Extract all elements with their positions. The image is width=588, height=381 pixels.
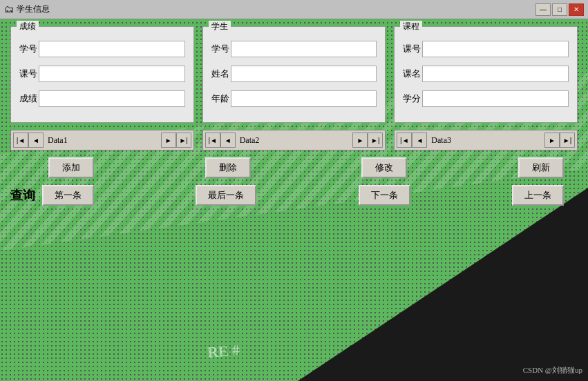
query-label: 查询 xyxy=(10,187,35,204)
course-kename-row: 课名 xyxy=(403,66,569,82)
actions-row: 添加 删除 修改 刷新 xyxy=(10,157,578,178)
student-nianling-label: 年龄 xyxy=(211,92,231,105)
grades-xuehao-label: 学号 xyxy=(19,43,39,55)
course-nav-label: Data3 xyxy=(427,135,544,146)
title-icon: 🗂 xyxy=(4,4,14,15)
student-nianling-input[interactable] xyxy=(231,90,377,107)
last-record-button[interactable]: 最后一条 xyxy=(196,185,256,206)
student-navigator: |◄ ◄ Data2 ► ►| xyxy=(202,130,386,150)
student-nianling-row: 年龄 xyxy=(211,90,377,107)
grades-nav-last-button[interactable]: ►| xyxy=(176,133,191,148)
title-bar: 🗂 学生信息 — □ ✕ xyxy=(0,0,588,19)
grades-nav-next-button[interactable]: ► xyxy=(161,133,176,148)
delete-button[interactable]: 删除 xyxy=(205,157,251,178)
grades-kehao-input[interactable] xyxy=(39,66,185,82)
main-content: 成绩 学号 课号 成绩 学生 学号 姓名 xyxy=(0,19,588,381)
course-kehao-input[interactable] xyxy=(422,41,569,57)
student-xuehao-label: 学号 xyxy=(211,43,231,55)
course-xuefen-input[interactable] xyxy=(422,90,569,107)
student-xingming-label: 姓名 xyxy=(211,68,231,80)
course-xuefen-row: 学分 xyxy=(403,90,569,107)
student-xuehao-row: 学号 xyxy=(211,41,377,57)
course-navigator: |◄ ◄ Data3 ► ►| xyxy=(394,130,578,150)
window-title: 🗂 学生信息 xyxy=(4,3,50,15)
course-kename-label: 课名 xyxy=(403,68,422,80)
course-nav-first-button[interactable]: |◄ xyxy=(397,133,412,148)
course-panel-title: 课程 xyxy=(400,21,422,32)
title-label: 学生信息 xyxy=(17,3,50,15)
close-button[interactable]: ✕ xyxy=(569,3,584,16)
query-row: 查询 第一条 最后一条 下一条 上一条 xyxy=(10,185,578,206)
window-controls: — □ ✕ xyxy=(535,3,584,16)
grades-kehao-row: 课号 xyxy=(19,66,185,82)
grades-nav-first-button[interactable]: |◄ xyxy=(13,133,28,148)
student-nav-next-button[interactable]: ► xyxy=(352,133,368,148)
grades-xuehao-input[interactable] xyxy=(39,41,185,57)
student-nav-label: Data2 xyxy=(236,135,353,146)
add-button[interactable]: 添加 xyxy=(48,157,94,178)
panels-row: 成绩 学号 课号 成绩 学生 学号 姓名 xyxy=(10,26,578,123)
student-xuehao-input[interactable] xyxy=(231,41,377,57)
course-nav-last-button[interactable]: ►| xyxy=(560,133,575,148)
next-record-button[interactable]: 下一条 xyxy=(359,185,410,206)
grades-panel: 成绩 学号 课号 成绩 xyxy=(10,26,194,123)
course-kehao-label: 课号 xyxy=(403,43,422,55)
grades-xuehao-row: 学号 xyxy=(19,41,185,57)
grades-navigator: |◄ ◄ Data1 ► ►| xyxy=(10,130,194,150)
grades-chengji-input[interactable] xyxy=(39,90,185,107)
grades-kehao-label: 课号 xyxy=(19,68,39,80)
student-xingming-row: 姓名 xyxy=(211,66,377,82)
prev-record-button[interactable]: 上一条 xyxy=(512,185,564,206)
student-nav-prev-button[interactable]: ◄ xyxy=(220,133,236,148)
grades-nav-prev-button[interactable]: ◄ xyxy=(28,133,44,148)
student-xingming-input[interactable] xyxy=(231,66,377,82)
course-panel: 课程 课号 课名 学分 xyxy=(394,26,578,123)
grades-nav-label: Data1 xyxy=(44,135,161,146)
maximize-button[interactable]: □ xyxy=(552,3,567,16)
grades-panel-title: 成绩 xyxy=(17,21,39,32)
grades-chengji-row: 成绩 xyxy=(19,90,185,107)
watermark: CSDN @刘猫猫up xyxy=(523,365,582,375)
modify-button[interactable]: 修改 xyxy=(361,157,407,178)
navigator-row: |◄ ◄ Data1 ► ►| |◄ ◄ Data2 ► ►| |◄ ◄ Dat… xyxy=(10,130,578,150)
student-panel-title: 学生 xyxy=(209,21,231,32)
student-nav-first-button[interactable]: |◄ xyxy=(205,133,220,148)
course-nav-next-button[interactable]: ► xyxy=(544,133,560,148)
course-nav-prev-button[interactable]: ◄ xyxy=(412,133,427,148)
student-nav-last-button[interactable]: ►| xyxy=(368,133,383,148)
first-record-button[interactable]: 第一条 xyxy=(42,185,94,206)
course-kename-input[interactable] xyxy=(422,66,569,82)
student-panel: 学生 学号 姓名 年龄 xyxy=(202,26,386,123)
course-xuefen-label: 学分 xyxy=(403,92,422,105)
grades-chengji-label: 成绩 xyxy=(19,92,39,105)
course-kehao-row: 课号 xyxy=(403,41,569,57)
refresh-button[interactable]: 刷新 xyxy=(518,157,564,178)
minimize-button[interactable]: — xyxy=(535,3,551,16)
